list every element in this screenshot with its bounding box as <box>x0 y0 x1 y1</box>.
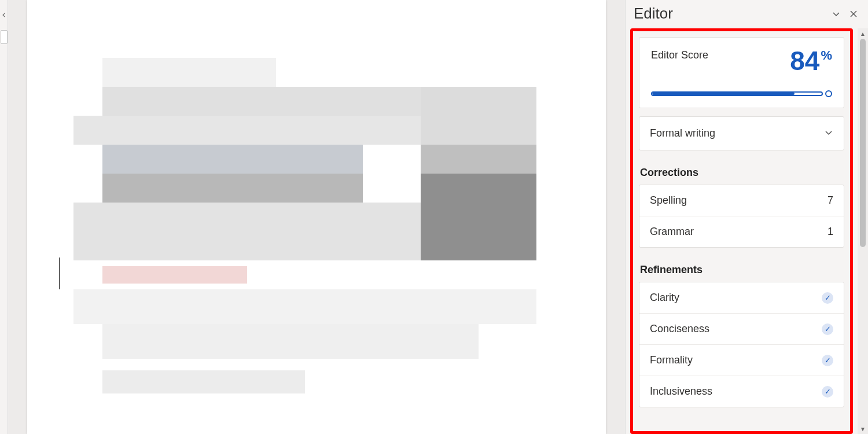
panel-header: Editor <box>626 0 868 28</box>
corrections-row-spelling[interactable]: Spelling7 <box>639 185 844 216</box>
refinements-row-inclusiveness[interactable]: Inclusiveness✓ <box>639 376 844 407</box>
corrections-row-count: 7 <box>827 194 833 207</box>
left-rail <box>0 0 8 434</box>
editor-panel: Editor Editor Score 84 % <box>625 0 868 434</box>
corrections-list: Spelling7Grammar1 <box>639 185 844 248</box>
check-icon: ✓ <box>822 386 833 398</box>
refinements-list: Clarity✓Conciseness✓Formality✓Inclusiven… <box>639 282 844 407</box>
scroll-thumb[interactable] <box>860 39 866 247</box>
scroll-up-button[interactable]: ▲ <box>858 28 868 39</box>
editor-score-card[interactable]: Editor Score 84 % <box>639 37 844 108</box>
chevron-left-icon[interactable] <box>1 12 7 20</box>
corrections-row-grammar[interactable]: Grammar1 <box>639 216 844 247</box>
document-page[interactable] <box>27 0 606 434</box>
score-progress-end-icon <box>825 90 832 97</box>
score-number: 84 <box>790 49 819 73</box>
score-percent-symbol: % <box>821 48 832 63</box>
panel-title: Editor <box>634 5 825 23</box>
app-root: Editor Editor Score 84 % <box>0 0 868 434</box>
chevron-down-icon <box>824 128 833 139</box>
panel-body: Editor Score 84 % <box>626 28 868 434</box>
writing-style-selected: Formal writing <box>650 127 715 139</box>
document-canvas <box>8 0 625 434</box>
score-progress-fill <box>652 93 795 95</box>
check-icon: ✓ <box>822 323 833 335</box>
refinements-heading: Refinements <box>640 264 844 276</box>
check-icon: ✓ <box>822 355 833 366</box>
scroll-down-button[interactable]: ▼ <box>858 424 868 434</box>
text-cursor <box>59 258 60 289</box>
corrections-row-count: 1 <box>827 226 833 238</box>
corrections-row-label: Spelling <box>650 194 687 207</box>
editor-highlight: Editor Score 84 % <box>630 28 853 434</box>
check-icon: ✓ <box>822 292 833 304</box>
refinements-row-formality[interactable]: Formality✓ <box>639 344 844 376</box>
panel-close-button[interactable] <box>847 8 860 20</box>
refinements-row-label: Clarity <box>650 292 679 304</box>
refinements-row-conciseness[interactable]: Conciseness✓ <box>639 313 844 344</box>
refinements-row-label: Conciseness <box>650 323 709 335</box>
refinements-row-clarity[interactable]: Clarity✓ <box>639 282 844 313</box>
corrections-row-label: Grammar <box>650 226 694 238</box>
writing-style-dropdown[interactable]: Formal writing <box>639 116 844 150</box>
panel-scrollbar[interactable]: ▲ ▼ <box>858 28 868 434</box>
editor-score-label: Editor Score <box>651 49 708 61</box>
score-progress <box>651 90 832 97</box>
refinements-row-label: Inclusiveness <box>650 385 712 398</box>
refinements-row-label: Formality <box>650 354 693 366</box>
editor-score-value: 84 % <box>790 49 832 73</box>
panel-collapse-button[interactable] <box>830 8 843 20</box>
rail-control[interactable] <box>1 30 8 44</box>
corrections-heading: Corrections <box>640 167 844 179</box>
